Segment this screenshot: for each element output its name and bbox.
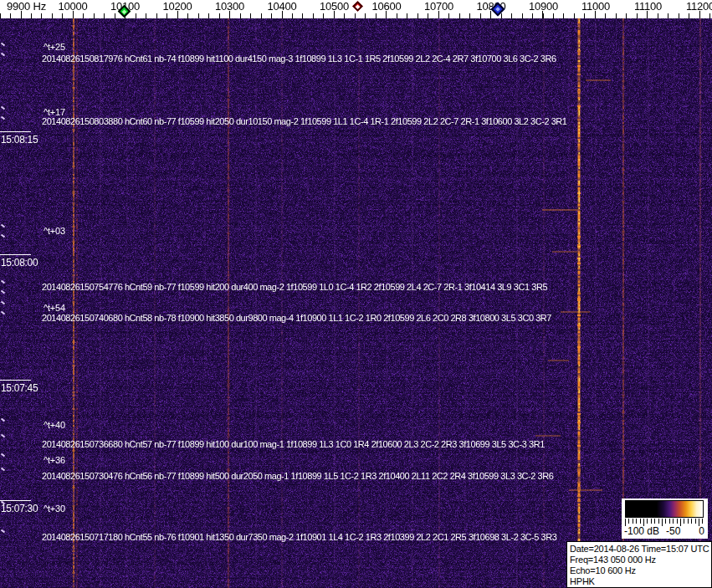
time-axis-label: 15:08:00	[1, 257, 38, 268]
freq-axis-label: 9900 Hz	[7, 0, 46, 13]
info-frequency: Freq=143 050 000 Hz	[570, 555, 711, 565]
scale-max-label: 0	[699, 525, 704, 537]
time-axis-label: 15:08:15	[1, 134, 38, 146]
freq-axis-label: 11000	[581, 0, 610, 13]
freq-axis-label: 10000	[58, 0, 87, 13]
green-diamond-marker-core	[121, 8, 126, 13]
event-marker-label: ^t+03	[44, 226, 65, 236]
freq-axis-label: 10300	[215, 0, 244, 13]
time-tick-rule	[0, 380, 31, 381]
event-marker-label: ^t+36	[44, 455, 65, 465]
scale-min-label: -100 dB	[624, 525, 659, 537]
time-tick-rule	[0, 131, 31, 132]
info-station-id: HPHK	[570, 576, 711, 587]
db-color-scale: -100 dB -50 0	[622, 499, 708, 539]
freq-axis-label: 10900	[529, 0, 558, 13]
event-marker-label: ^t+30	[44, 504, 65, 514]
event-marker-label: ^t+40	[44, 420, 65, 430]
spectrogram-canvas	[0, 18, 712, 588]
event-data-line: 20140826150730476 hCnt56 nb-77 f10899 hi…	[42, 471, 553, 481]
freq-axis-label: 10200	[162, 0, 192, 13]
event-data-line: 20140826150803880 hCnt60 nb-77 f10599 hi…	[42, 116, 567, 126]
status-info-box: Date=2014-08-26 Time=15:07 UTC Freq=143 …	[566, 541, 712, 588]
info-date-time: Date=2014-08-26 Time=15:07 UTC	[570, 544, 711, 555]
event-marker-label: ^t+25	[44, 42, 65, 52]
event-data-line: 20140826150817976 hCnt61 nb-74 f10899 hi…	[42, 54, 556, 64]
info-echo: Echo=10 600 Hz	[570, 565, 711, 576]
freq-axis-label: 10700	[424, 0, 453, 13]
red-diamond-marker-core	[355, 3, 360, 8]
freq-axis-label: 10400	[267, 0, 296, 13]
event-data-line: 20140826150754776 hCnt59 nb-77 f10599 hi…	[42, 282, 547, 292]
scale-mid-label: -50	[666, 525, 680, 537]
event-data-line: 20140826150717180 hCnt55 nb-76 f10901 hi…	[42, 532, 556, 542]
color-scale-labels: -100 dB -50 0	[622, 525, 708, 537]
event-marker-label: ^t+54	[44, 303, 65, 313]
freq-axis-label: 11100	[634, 0, 662, 13]
blue-diamond-marker-core	[495, 7, 500, 12]
color-gradient-bar	[625, 500, 704, 518]
time-axis-label: 15:07:30	[1, 503, 38, 514]
freq-axis-label: 10500	[320, 0, 349, 13]
meteor-spectrogram-window: 9900 Hz100001010010200103001040010500106…	[0, 0, 712, 588]
freq-axis-label: 11200	[686, 0, 712, 13]
event-data-line: 20140826150736680 hCnt57 nb-77 f10899 hi…	[42, 439, 545, 449]
time-tick-rule	[0, 500, 31, 501]
time-axis-label: 15:07:45	[1, 382, 38, 394]
freq-axis-label: 10600	[371, 0, 401, 13]
time-tick-rule	[0, 254, 31, 255]
event-data-line: 20140826150740680 hCnt58 nb-78 f10900 hi…	[42, 313, 551, 323]
